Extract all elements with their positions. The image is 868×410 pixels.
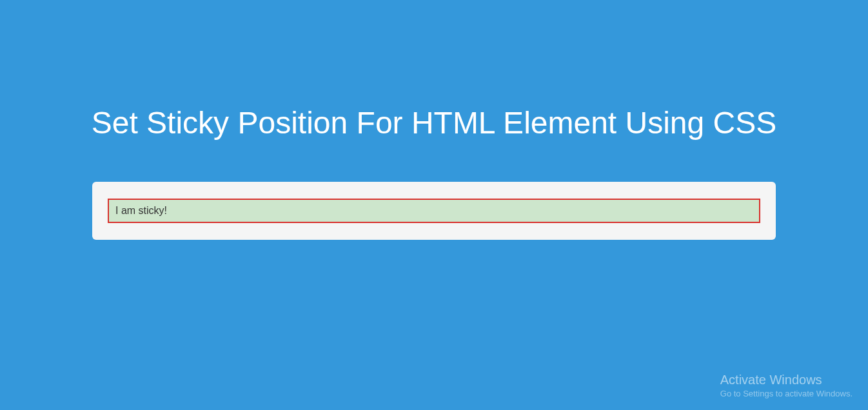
demo-card: I am sticky! (92, 182, 776, 240)
watermark-subtitle: Go to Settings to activate Windows. (720, 389, 853, 398)
windows-watermark: Activate Windows Go to Settings to activ… (720, 373, 853, 398)
watermark-title: Activate Windows (720, 373, 853, 387)
sticky-element: I am sticky! (108, 199, 760, 223)
page-title: Set Sticky Position For HTML Element Usi… (86, 0, 782, 143)
